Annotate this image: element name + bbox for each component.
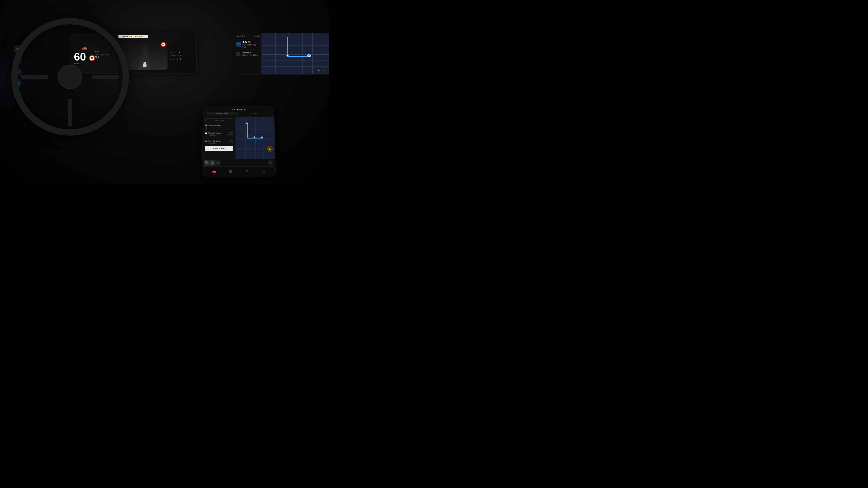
- stop-2-time: ⏱ 12:31 pm: [208, 142, 227, 144]
- map-street-v1: [275, 33, 276, 74]
- adas-road-view: 60: [122, 40, 167, 70]
- nav-route-horizontal: [287, 56, 311, 57]
- odometer-value: 089,000: [170, 55, 176, 56]
- stop-1-dot: [205, 132, 207, 134]
- gear-display-prn: P R N: [170, 58, 180, 60]
- console-nav-arrow[interactable]: ▶: [267, 146, 273, 152]
- nav-status-bar: ▲▲ ★ ✿ ☯ 10:35 AM: [236, 35, 259, 37]
- console-map: ▶ N: [236, 117, 275, 166]
- cm-route-v1: [247, 124, 248, 138]
- highway-assist-banner: HIGHWAY ASSIST: [119, 35, 148, 38]
- stop-2-duration: 11 min: [228, 142, 233, 143]
- map-street-h3: [261, 60, 329, 61]
- gear-selector-display: P R N D: [170, 58, 193, 60]
- console-title: MY ROUTE: [207, 108, 271, 111]
- nav-icon-apps[interactable]: ⊞: [227, 168, 234, 175]
- stop-2-info: Roy's Rib Shack ⏱ 12:31 pm: [208, 140, 227, 144]
- console-search-button[interactable]: 🔍: [204, 160, 210, 166]
- map-street-v2: [288, 33, 289, 34]
- console-bottom-controls: 🔍 ⊞ ◎ N: [202, 159, 275, 166]
- speed-overlay-badge: 60: [161, 42, 166, 47]
- nav-map-display: ⚙ ♪: [261, 33, 329, 74]
- route-item-stop-2: Roy's Rib Shack ⏱ 12:31 pm 8 mi 11 min: [205, 140, 233, 144]
- stop-1-info: Sharon & Nicky's ⏱ 12:36 am: [208, 132, 224, 136]
- cluster-right-info: SMOOTH 089,000 — MI P R N D: [170, 50, 193, 60]
- nav-next-street: East Capital City Fwy: [243, 44, 259, 48]
- current-location-info: Current Location: [209, 124, 233, 126]
- console-map-toggle-button[interactable]: ⊞: [210, 160, 215, 166]
- nav-map-controls: ⚙ ♪: [316, 68, 327, 72]
- nav-sidebar: ▲▲ ★ ✿ ☯ 10:35 AM ↖ 1.5 mi East Capital …: [235, 33, 261, 74]
- console-recenter-button[interactable]: ◎: [215, 160, 221, 166]
- ego-vehicle-icon: [143, 62, 147, 67]
- nav-map-settings-icon[interactable]: ⚙: [316, 68, 321, 72]
- current-location-dot: [205, 125, 207, 126]
- stop-1-name: Sharon & Nicky's: [209, 132, 224, 134]
- nav-map-sound-icon[interactable]: ♪: [322, 68, 327, 72]
- map-street-v4: [312, 33, 313, 74]
- range-value: — MI: [178, 55, 182, 56]
- navigation-display: ▲▲ ★ ✿ ☯ 10:35 AM ↖ 1.5 mi East Capital …: [234, 33, 329, 74]
- gear-display-active: D: [180, 58, 182, 60]
- steering-spoke-bottom: [68, 99, 72, 126]
- center-console-screen: MY ROUTE DIRECTIONS MANAGE ADD STOP Curr…: [202, 106, 276, 176]
- stop-2-name: Roy's Rib Shack: [208, 140, 227, 142]
- route-item-current: Current Location: [205, 124, 233, 130]
- cm-location-pin-mid: [253, 136, 255, 138]
- console-body: ADD STOP Current Location Sharon & N: [202, 117, 275, 166]
- map-street-v3: [302, 33, 303, 74]
- nav-secondary-direction: ↑ Thornton Ave 12:31 pm · 2 h · 136 mi: [236, 50, 259, 56]
- current-location-label: Current Location: [209, 124, 233, 126]
- route-item-stop-1: Sharon & Nicky's ⏱ 12:36 am 66 mi 1 hr 3…: [205, 132, 233, 138]
- route-list: ADD STOP Current Location Sharon & N: [202, 117, 236, 166]
- map-street-h1: [261, 45, 329, 46]
- map-street-h4: [261, 66, 329, 67]
- nav-distance-value: 1.5 mi: [243, 40, 259, 44]
- nav-signal-strength: ▲▲ ★ ✿ ☯: [236, 35, 245, 37]
- route-connector-1: [206, 126, 207, 130]
- nav-destination-dot: [307, 54, 311, 57]
- steering-spoke-left: [21, 75, 48, 79]
- map-street-h2: [261, 54, 329, 55]
- nav-icon-settings[interactable]: ⚙: [243, 168, 250, 175]
- console-bottom-nav: 🚗 ⊞ ⚙ ☰: [202, 166, 275, 175]
- lane-dash-1: [145, 49, 145, 54]
- console-header: MY ROUTE DIRECTIONS MANAGE: [203, 106, 274, 117]
- stop-2-eta: 8 mi 11 min: [228, 140, 233, 143]
- nav-icon-car[interactable]: 🚗: [211, 168, 217, 175]
- odometer-row: 089,000 — MI: [170, 55, 193, 56]
- tab-directions[interactable]: DIRECTIONS: [206, 112, 238, 115]
- nav-turn-icon: ↖: [236, 41, 241, 46]
- stop-2-distance: 8 mi: [228, 140, 233, 142]
- nav-icon-menu[interactable]: ☰: [260, 168, 267, 175]
- stop-2-dot: [205, 140, 207, 142]
- lane-dash-2: [145, 44, 145, 47]
- drive-mode-label: SMOOTH: [170, 52, 193, 54]
- stop-1-eta: 66 mi 1 hr 38 min: [226, 132, 233, 135]
- nav-secondary-time: 12:31 pm · 2 h · 136 mi: [242, 54, 258, 56]
- end-trip-button[interactable]: END TRIP: [205, 146, 233, 151]
- nav-route-vertical: [287, 37, 288, 56]
- lane-dash-3: [145, 40, 145, 42]
- nav-time: 10:35 AM: [253, 35, 259, 37]
- steering-wheel: [11, 18, 129, 135]
- steering-spoke-right: [92, 75, 119, 79]
- stop-1-distance: 66 mi: [226, 132, 233, 133]
- nav-secondary-turn-icon: ↑: [236, 52, 240, 56]
- cm-route-h1: [247, 138, 263, 138]
- console-compass-control[interactable]: N: [268, 160, 274, 166]
- stop-1-time: ⏱ 12:36 am: [208, 134, 224, 136]
- nav-secondary-street: Thornton Ave: [242, 52, 258, 54]
- console-tabs: DIRECTIONS MANAGE: [206, 112, 271, 115]
- add-stop-button[interactable]: ADD STOP: [206, 119, 233, 123]
- nav-primary-distance: ↖ 1.5 mi East Capital City Fwy: [236, 40, 259, 48]
- tab-manage[interactable]: MANAGE: [239, 112, 271, 115]
- stop-1-duration: 1 hr 38 min: [226, 133, 233, 135]
